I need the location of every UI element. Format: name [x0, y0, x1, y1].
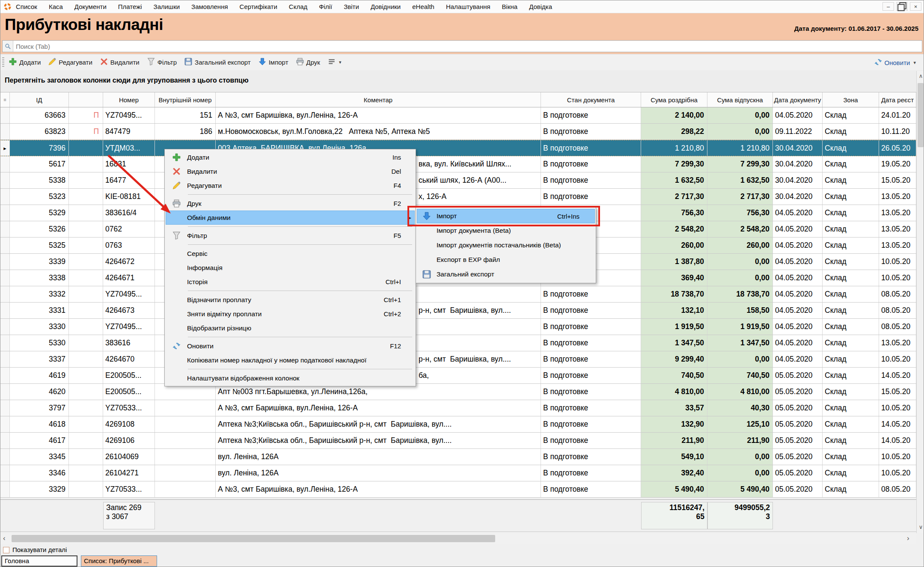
submenu-item[interactable]: Імпорт документів постачальників (Beta) — [417, 238, 595, 252]
toolbar-list-view[interactable]: ▾ — [328, 58, 342, 67]
search-icon[interactable] — [3, 41, 13, 52]
menubar-item[interactable]: Замовлення — [191, 3, 228, 10]
table-row[interactable]: 4619Е200505...ба,В подготовке740,50740,5… — [0, 368, 916, 384]
context-menu-item[interactable]: РедагуватиF4 — [166, 178, 415, 193]
column-header-state[interactable]: Стан документа — [541, 92, 641, 107]
menubar-item[interactable]: Залишки — [154, 3, 180, 10]
column-header-reg-date[interactable]: Дата реєст — [879, 92, 916, 107]
menubar-item[interactable]: Звіти — [344, 3, 359, 10]
search-box[interactable] — [2, 40, 922, 52]
table-row[interactable]: 4620Е200505...Апт №003 пгт.Барышевка, ул… — [0, 384, 916, 400]
table-row[interactable]: 3332YZ70495...В подготовке18 738,7018 73… — [0, 286, 916, 303]
menubar-item[interactable]: Документи — [74, 3, 107, 10]
context-menu-item[interactable]: Інформація — [166, 261, 415, 275]
menubar-item[interactable]: Список — [16, 3, 37, 10]
toolbar-grip-icon[interactable] — [2, 57, 4, 68]
tab-main[interactable]: Головна — [1, 555, 77, 567]
table-row[interactable]: 334526104069вул. Леніна, 126АВ подготовк… — [0, 449, 916, 465]
table-row[interactable]: 5330383616В подготовке1 347,501 347,5004… — [0, 335, 916, 351]
column-header-number[interactable]: Номер — [103, 92, 155, 107]
table-row[interactable]: 5323KIE-08181х, 126-АВ подготовке2 717,3… — [0, 189, 916, 205]
table-row[interactable]: 3330YZ70495...В подготовке1 919,501 919,… — [0, 319, 916, 335]
context-menu-item[interactable]: Сервіс — [166, 246, 415, 261]
context-menu-item[interactable]: ІсторіяCtrl+I — [166, 275, 415, 289]
table-row[interactable]: ▸7396УТДМ03...003 Аптека БАРИШІВКА вул Л… — [0, 140, 916, 156]
column-header-flag[interactable] — [69, 92, 103, 107]
table-row[interactable]: 33314264673р-н, смт Баришівка, вул....В … — [0, 303, 916, 319]
table-row[interactable]: 33374264670р-н, смт Баришівка, вул....В … — [0, 351, 916, 368]
table-row[interactable]: 3329YZ70533...А №3, смт Баришівка, вул.Л… — [0, 481, 916, 498]
column-header-internal[interactable]: Внутрішній номер — [155, 92, 216, 107]
refresh-button[interactable]: Оновити ▾ — [874, 54, 916, 71]
context-menu-item[interactable]: ВидалитиDel — [166, 164, 415, 178]
scroll-right-icon[interactable]: › — [907, 534, 909, 543]
column-header-gutter[interactable]: ≡ — [0, 92, 10, 107]
context-menu-item[interactable]: ДрукF2 — [166, 196, 415, 211]
toolbar-button-Друк[interactable]: Друк — [296, 58, 320, 67]
scroll-down-icon[interactable]: ∨ — [917, 524, 924, 530]
context-menu-item[interactable]: ДодатиIns — [166, 150, 415, 164]
context-menu-item[interactable]: ФільтрF5 — [166, 229, 415, 243]
submenu-item[interactable]: ІмпортCtrl+Ins — [417, 209, 595, 223]
column-header-id[interactable]: ІД — [10, 92, 69, 107]
toolbar-button-Додати[interactable]: Додати — [9, 58, 41, 67]
menubar-item[interactable]: Довідка — [529, 3, 552, 10]
menubar-item[interactable]: Вікна — [502, 3, 518, 10]
column-header-date[interactable]: Дата документу — [773, 92, 823, 107]
context-menu-item[interactable]: Зняти відмітку проплатиCtrl+2 — [166, 307, 415, 321]
table-row[interactable]: 63663ПYZ70495...151А №3, смт Баришівка, … — [0, 107, 916, 124]
context-menu-item[interactable]: Обмін даними▸ — [166, 211, 415, 225]
search-input[interactable] — [13, 43, 922, 50]
table-row[interactable]: 63823П847479186м.Новомосковськ, вул.М.Го… — [0, 124, 916, 140]
menubar-item[interactable]: Сертифікати — [240, 3, 277, 10]
context-menu-item[interactable]: Налаштувати відображення колонок — [166, 371, 415, 385]
scroll-left-icon[interactable]: ‹ — [3, 534, 6, 543]
table-row[interactable]: 533816477ський шлях, 126-А (А00...В подг… — [0, 172, 916, 189]
chevron-down-icon[interactable]: ▾ — [913, 60, 916, 65]
close-button[interactable]: × — [910, 2, 921, 11]
restore-button[interactable] — [896, 2, 908, 11]
column-header-sum-retail[interactable]: Сума роздрібна — [641, 92, 707, 107]
horizontal-scrollbar[interactable]: ‹ › — [0, 534, 916, 544]
context-menu-item[interactable]: Копіювати номер накладної у номер податк… — [166, 353, 415, 367]
group-by-bar[interactable]: Перетягніть заголовок колонки сюди для у… — [0, 70, 924, 92]
toolbar-button-Загальний експорт[interactable]: Загальний експорт — [184, 58, 251, 67]
table-row[interactable]: 3797YZ70533...А №3, смт Баришівка, вул.Л… — [0, 400, 916, 416]
tab-list-active[interactable]: Список: Прибуткові ... — [81, 555, 157, 567]
vertical-scrollbar[interactable]: ∧ ∨ — [916, 71, 924, 533]
table-row[interactable]: 46174269106Аптека №3;Київська обл., Бари… — [0, 433, 916, 449]
submenu-item[interactable]: Імпорт документа (Beta) — [417, 223, 595, 238]
vertical-scroll-thumb[interactable] — [918, 83, 924, 147]
menubar-item[interactable]: Каса — [49, 3, 63, 10]
refresh-icon — [874, 58, 882, 67]
column-header-comment[interactable]: Коментар — [216, 92, 541, 107]
table-row[interactable]: 334626104271вул. Леніна, 126АВ подготовк… — [0, 465, 916, 481]
show-details-checkbox[interactable] — [3, 547, 9, 553]
toolbar-button-Фільтр[interactable]: Фільтр — [147, 58, 177, 67]
toolbar-button-Імпорт[interactable]: Імпорт — [258, 58, 288, 67]
menubar-item[interactable]: Платежі — [118, 3, 142, 10]
toolbar-button-Редагувати[interactable]: Редагувати — [48, 58, 92, 67]
table-row[interactable]: 561716831вка, вул. Київський Шлях...В по… — [0, 156, 916, 172]
column-header-sum-release[interactable]: Сума відпускна — [707, 92, 773, 107]
menubar-item[interactable]: Філії — [319, 3, 332, 10]
table-row[interactable]: 46184269108Аптека №3;Київська обл., Бари… — [0, 416, 916, 433]
minimize-button[interactable]: – — [882, 2, 894, 11]
scroll-up-icon[interactable]: ∧ — [917, 73, 924, 79]
menubar-item[interactable]: Склад — [289, 3, 307, 10]
context-menu-item[interactable]: Відзначити проплатуCtrl+1 — [166, 293, 415, 307]
submenu-item[interactable]: Загальний експорт — [417, 267, 595, 282]
menubar-item[interactable]: Налаштування — [446, 3, 490, 10]
context-menu-item[interactable]: Відобразити різницю — [166, 321, 415, 335]
context-menu-item[interactable]: ОновитиF12 — [166, 339, 415, 353]
menubar-item[interactable]: Довідники — [371, 3, 401, 10]
cell-sum-retail: 298,22 — [641, 124, 707, 140]
menubar-item[interactable]: eHealth — [412, 3, 434, 10]
chevron-down-icon[interactable]: ▾ — [339, 59, 342, 65]
horizontal-scroll-thumb[interactable] — [12, 535, 495, 542]
cell-zone: Склад — [823, 416, 879, 432]
toolbar-button-Видалити[interactable]: Видалити — [100, 58, 140, 67]
column-header-zone[interactable]: Зона — [823, 92, 879, 107]
submenu-item[interactable]: Експорт в EXP файл — [417, 252, 595, 267]
cell-number: Е200505... — [103, 368, 155, 383]
